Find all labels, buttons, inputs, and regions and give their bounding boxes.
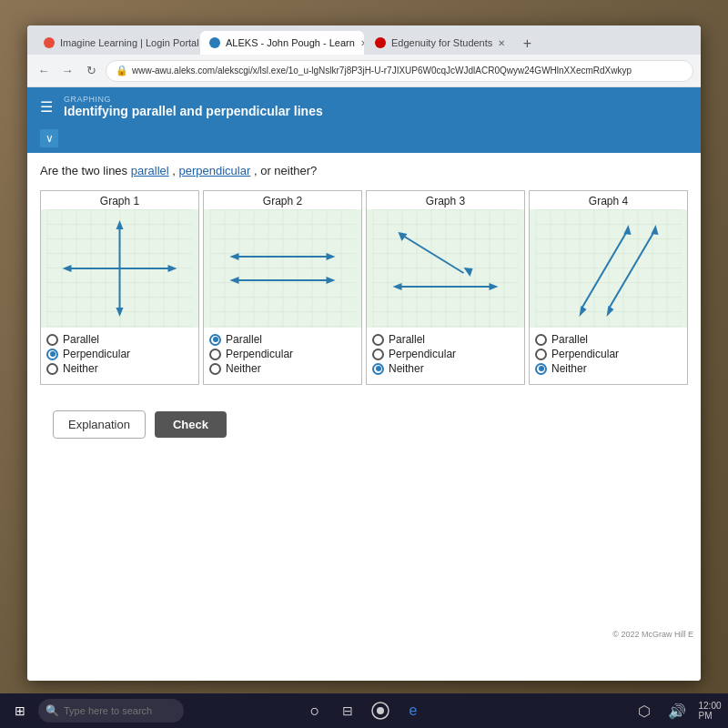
address-input[interactable]: 🔒 www-awu.aleks.com/alekscgi/x/lsl.exe/1… [106, 60, 693, 82]
graph-1-neither-label: Neither [63, 362, 98, 375]
graph-1-neither-radio[interactable] [46, 363, 58, 375]
graph-3-neither[interactable]: Neither [372, 362, 519, 375]
page-content: ☰ GRAPHING Identifying parallel and perp… [27, 87, 701, 681]
question-area: Are the two lines parallel , perpendicul… [27, 153, 701, 462]
graph-3-title: Graph 3 [367, 191, 524, 209]
parallel-link[interactable]: parallel [131, 164, 169, 177]
graph-2-options: Parallel Perpendicular Neither [204, 328, 361, 384]
header-category: GRAPHING [64, 95, 323, 104]
check-button[interactable]: Check [155, 411, 227, 438]
graph-2-parallel[interactable]: Parallel [209, 333, 356, 346]
graph-4-perpendicular-label: Perpendicular [551, 348, 619, 360]
graph-4-parallel[interactable]: Parallel [535, 333, 682, 346]
svg-point-29 [377, 707, 384, 714]
graph-4-options: Parallel Perpendicular Neither [530, 328, 687, 384]
explanation-button[interactable]: Explanation [53, 410, 146, 439]
graph-3-parallel-label: Parallel [389, 333, 425, 346]
graph-2-neither[interactable]: Neither [209, 362, 356, 375]
graph-2-perpendicular-label: Perpendicular [226, 348, 293, 360]
graph-4: Graph 4 [529, 190, 688, 385]
graph-4-parallel-label: Parallel [551, 333, 588, 346]
taskbar-network-icon[interactable]: ⬡ [632, 698, 657, 723]
graph-2-neither-radio[interactable] [209, 363, 221, 375]
graph-3-options: Parallel Perpendicular Neither [367, 328, 524, 384]
tab-label-edgenuity: Edgenuity for Students [391, 37, 492, 48]
graph-2-title: Graph 2 [204, 191, 361, 209]
taskbar-edge[interactable]: e [399, 698, 428, 723]
taskbar-search-input[interactable] [38, 699, 184, 723]
tab-icon-imagine [44, 37, 55, 48]
graph-1-parallel[interactable]: Parallel [46, 333, 193, 346]
desktop: Imagine Learning | Login Portal ✕ ALEKS … [0, 0, 728, 728]
graph-1-title: Graph 1 [41, 191, 198, 209]
graph-4-perpendicular-radio[interactable] [535, 349, 547, 360]
forward-button[interactable]: → [58, 62, 76, 80]
tab-close-aleks[interactable]: ✕ [360, 38, 364, 48]
tab-label-imagine: Imagine Learning | Login Portal [60, 37, 198, 48]
taskbar-task-view[interactable]: ⊟ [333, 698, 362, 723]
graph-2-perpendicular[interactable]: Perpendicular [209, 348, 356, 360]
reload-button[interactable]: ↻ [82, 62, 100, 80]
graph-4-neither-radio[interactable] [535, 363, 547, 375]
back-button[interactable]: ← [35, 62, 53, 80]
new-tab-button[interactable]: + [516, 33, 538, 55]
taskbar-system-icons: ⬡ 🔊 12:00PM [632, 698, 723, 723]
graph-3-parallel[interactable]: Parallel [372, 333, 519, 346]
taskbar: ⊞ 🔍 ○ ⊟ e ⬡ 🔊 12:00PM [0, 693, 728, 728]
graph-3-neither-label: Neither [389, 362, 424, 375]
hamburger-menu[interactable]: ☰ [40, 98, 53, 116]
tab-edgenuity[interactable]: Edgenuity for Students ✕ [366, 31, 514, 55]
tab-imagine-learning[interactable]: Imagine Learning | Login Portal ✕ [35, 31, 198, 55]
comma-separator: , [172, 164, 178, 177]
taskbar-chrome[interactable] [366, 698, 395, 723]
graph-4-title: Graph 4 [530, 191, 687, 209]
question-text: Are the two lines parallel , perpendicul… [40, 164, 688, 177]
address-text: www-awu.aleks.com/alekscgi/x/lsl.exe/1o_… [132, 66, 632, 76]
graph-2: Graph 2 [203, 190, 362, 385]
tab-close-edgenuity[interactable]: ✕ [498, 38, 505, 48]
graph-2-parallel-radio[interactable] [209, 334, 221, 346]
graph-4-canvas [530, 209, 687, 328]
graph-1-neither[interactable]: Neither [46, 362, 193, 375]
dropdown-button[interactable]: ∨ [40, 129, 58, 147]
search-wrap: 🔍 [38, 699, 184, 723]
or-text: , or [254, 164, 271, 177]
graph-4-parallel-radio[interactable] [535, 334, 547, 346]
header-title: Identifying parallel and perpendicular l… [64, 104, 323, 118]
tab-aleks[interactable]: ALEKS - John Pough - Learn ✕ [200, 31, 364, 55]
taskbar-cortana[interactable]: ○ [300, 698, 329, 723]
browser-window: Imagine Learning | Login Portal ✕ ALEKS … [27, 25, 701, 681]
graph-3-perpendicular-radio[interactable] [372, 349, 384, 360]
graph-3-neither-radio[interactable] [372, 363, 384, 375]
copyright-text: © 2022 McGraw Hill E [612, 630, 693, 639]
graph-2-canvas [204, 209, 361, 328]
graph-1-perpendicular-label: Perpendicular [63, 348, 130, 360]
graph-1-perpendicular[interactable]: Perpendicular [46, 348, 193, 360]
graph-2-neither-label: Neither [226, 362, 261, 375]
graph-2-parallel-label: Parallel [226, 333, 262, 346]
graph-1-perpendicular-radio[interactable] [46, 349, 58, 360]
graph-3-parallel-radio[interactable] [372, 334, 384, 346]
taskbar-volume-icon[interactable]: 🔊 [664, 698, 690, 723]
tab-label-aleks: ALEKS - John Pough - Learn [226, 37, 355, 48]
taskbar-center: ○ ⊟ e [300, 698, 428, 723]
graph-4-neither[interactable]: Neither [535, 362, 682, 375]
tab-bar: Imagine Learning | Login Portal ✕ ALEKS … [27, 25, 701, 55]
graph-1-canvas [41, 209, 198, 328]
graph-3: Graph 3 [366, 190, 525, 385]
svg-rect-14 [373, 209, 519, 328]
neither-text: neither? [274, 164, 317, 177]
graph-4-perpendicular[interactable]: Perpendicular [535, 348, 682, 360]
start-button[interactable]: ⊞ [5, 698, 35, 723]
dropdown-area: ∨ [27, 127, 701, 153]
bottom-bar: Explanation Check [40, 398, 688, 451]
graph-1-options: Parallel Perpendicular Neither [41, 328, 198, 384]
tab-icon-aleks [209, 37, 220, 48]
graph-3-perpendicular[interactable]: Perpendicular [372, 348, 519, 360]
graph-3-canvas [367, 209, 524, 328]
taskbar-time: 12:00PM [697, 698, 723, 723]
perpendicular-link[interactable]: perpendicular [179, 164, 251, 177]
graph-1: Graph 1 [40, 190, 199, 385]
graph-2-perpendicular-radio[interactable] [209, 349, 221, 360]
graph-1-parallel-radio[interactable] [46, 334, 58, 346]
